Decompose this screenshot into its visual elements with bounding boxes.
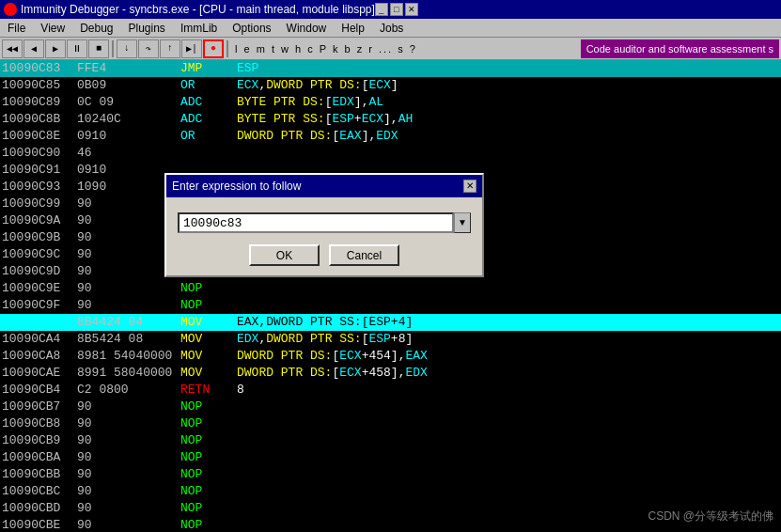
expression-dialog: Enter expression to follow ✕ ▼ OK Cancel — [164, 173, 484, 277]
toolbar-run-to[interactable]: ▶| — [181, 39, 202, 58]
titlebar-buttons: _ □ ✕ — [375, 3, 418, 16]
menu-file[interactable]: File — [0, 19, 33, 37]
toolbar-back[interactable]: ◀◀ — [2, 39, 23, 58]
menu-view[interactable]: View — [33, 19, 72, 37]
menu-jobs[interactable]: Jobs — [372, 19, 411, 37]
dialog-titlebar: Enter expression to follow ✕ — [166, 175, 482, 197]
app-logo — [4, 3, 17, 16]
toolbar-play[interactable]: ▶ — [45, 39, 66, 58]
toolbar: ◀◀ ◀ ▶ ⏸ ■ ↓ ↷ ↑ ▶| ● l e m t w h c P k … — [0, 38, 781, 60]
maximize-button[interactable]: □ — [390, 3, 403, 16]
toolbar-pause[interactable]: ⏸ — [67, 39, 87, 58]
ok-button[interactable]: OK — [249, 244, 320, 266]
cancel-button[interactable]: Cancel — [329, 244, 399, 266]
dialog-body: ▼ OK Cancel — [166, 197, 482, 275]
toolbar-step-into[interactable]: ↓ — [117, 39, 137, 58]
menu-window[interactable]: Window — [279, 19, 335, 37]
toolbar-step-out[interactable]: ↑ — [160, 39, 180, 58]
toolbar-step-over[interactable]: ↷ — [138, 39, 159, 58]
menu-immlib[interactable]: ImmLib — [173, 19, 225, 37]
dialog-buttons: OK Cancel — [178, 244, 471, 266]
close-button[interactable]: ✕ — [405, 3, 418, 16]
dialog-overlay: Enter expression to follow ✕ ▼ OK Cancel — [0, 60, 781, 532]
toolbar-right-label: Code auditor and software assessment s — [581, 39, 779, 58]
titlebar-title: Immunity Debugger - syncbrs.exe - [CPU -… — [21, 3, 375, 16]
expression-dropdown-button[interactable]: ▼ — [454, 212, 471, 233]
toolbar-stop[interactable]: ■ — [88, 39, 109, 58]
menubar: File View Debug Plugins ImmLib Options W… — [0, 19, 781, 38]
dialog-input-container: ▼ — [178, 212, 471, 233]
dialog-close-button[interactable]: ✕ — [463, 180, 476, 193]
toolbar-prev[interactable]: ◀ — [23, 39, 44, 58]
menu-help[interactable]: Help — [334, 19, 372, 37]
minimize-button[interactable]: _ — [375, 3, 388, 16]
toolbar-sep2 — [226, 40, 228, 57]
menu-options[interactable]: Options — [225, 19, 278, 37]
toolbar-letters: l e m t w h c P k b z r ... s ? — [235, 43, 417, 55]
menu-plugins[interactable]: Plugins — [121, 19, 173, 37]
menu-debug[interactable]: Debug — [72, 19, 120, 37]
expression-input[interactable] — [178, 212, 454, 233]
toolbar-sep1 — [112, 40, 114, 57]
dialog-title: Enter expression to follow — [172, 178, 301, 195]
watermark: CSDN @分等级考试的佛 — [648, 508, 773, 524]
titlebar: Immunity Debugger - syncbrs.exe - [CPU -… — [0, 0, 781, 19]
toolbar-execute[interactable]: ● — [203, 39, 224, 58]
code-area: 10090C83 FFE4 JMP ESP 10090C85 0B09 OR E… — [0, 60, 781, 532]
